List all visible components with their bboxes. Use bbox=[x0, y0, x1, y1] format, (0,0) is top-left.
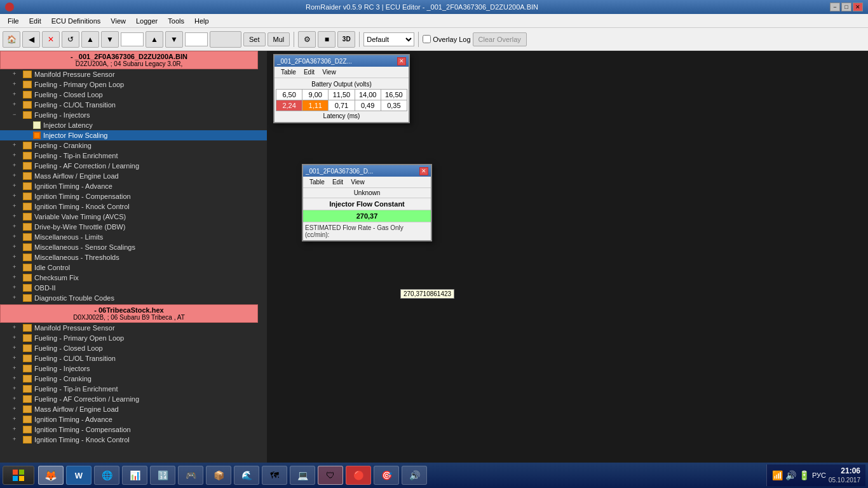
menu-view[interactable]: View bbox=[105, 16, 131, 26]
injector-window-close[interactable]: ✕ bbox=[419, 167, 428, 175]
injector-value[interactable]: 270,37 bbox=[303, 210, 431, 222]
taskbar-app5[interactable]: 🔴 bbox=[346, 466, 371, 485]
tree-item-manifold-pressure[interactable]: + Manifold Pressure Sensor bbox=[0, 69, 267, 79]
taskbar-word[interactable]: W bbox=[66, 466, 92, 485]
tree-item-maf[interactable]: + Mass Airflow / Engine Load bbox=[0, 171, 267, 181]
toolbar-back[interactable]: ◀ bbox=[22, 31, 40, 48]
tree-item-r2-manifold[interactable]: + Manifold Pressure Sensor bbox=[0, 323, 267, 333]
tree-item-fueling-closed[interactable]: + Fueling - Closed Loop bbox=[0, 90, 267, 100]
battery-cell[interactable]: 9,00 bbox=[302, 90, 329, 100]
tree-item-fueling-cranking[interactable]: + Fueling - Cranking bbox=[0, 140, 267, 151]
tree-item-r2-fueling-cranking[interactable]: + Fueling - Cranking bbox=[0, 374, 267, 384]
tray-clock[interactable]: 21:06 05.10.2017 bbox=[829, 466, 860, 485]
taskbar-app7[interactable]: 🔊 bbox=[402, 466, 427, 485]
tree-item-fueling-tipin[interactable]: + Fueling - Tip-in Enrichment bbox=[0, 151, 267, 161]
menu-tools[interactable]: Tools bbox=[163, 16, 189, 26]
tree-item-r2-ign-compensation[interactable]: + Ignition Timing - Compensation bbox=[0, 424, 267, 435]
battery-value-cell[interactable]: 0,71 bbox=[329, 100, 355, 111]
menu-ecu-definitions[interactable]: ECU Definitions bbox=[46, 16, 106, 26]
overlay-log-checkbox-label[interactable]: Overlay Log bbox=[423, 35, 470, 43]
tree-item-r2-ign-knock[interactable]: + Ignition Timing - Knock Control bbox=[0, 435, 267, 445]
battery-window-close[interactable]: ✕ bbox=[397, 57, 406, 65]
menu-edit[interactable]: Edit bbox=[24, 16, 46, 26]
battery-menu-view[interactable]: View bbox=[318, 68, 340, 76]
tray-icon-volume[interactable]: 🔊 bbox=[785, 470, 796, 480]
tree-container[interactable]: - _001_2F0A367306_D2ZU200A.BIN D2ZU200A,… bbox=[0, 51, 267, 463]
menu-file[interactable]: File bbox=[3, 16, 24, 26]
tree-item-injector-latency[interactable]: Injector Latency bbox=[0, 120, 267, 130]
toolbar-home[interactable]: 🏠 bbox=[3, 31, 20, 48]
injector-menu-table[interactable]: Table bbox=[306, 178, 329, 186]
taskbar-app1[interactable]: 🎮 bbox=[178, 466, 203, 485]
taskbar-app2[interactable]: 📦 bbox=[206, 466, 231, 485]
tree-item-fueling-primary[interactable]: + Fueling - Primary Open Loop bbox=[0, 79, 267, 90]
injector-menu-view[interactable]: View bbox=[347, 178, 369, 186]
tree-item-fueling-clol[interactable]: + Fueling - CL/OL Transition bbox=[0, 100, 267, 110]
toolbar-down[interactable]: ▼ bbox=[101, 31, 119, 48]
taskbar-app6[interactable]: 🎯 bbox=[374, 466, 399, 485]
taskbar-browser2[interactable]: 🌐 bbox=[94, 466, 119, 485]
tree-item-r2-fueling-clol[interactable]: + Fueling - CL/OL Transition bbox=[0, 353, 267, 363]
toolbar-icon2[interactable]: ■ bbox=[318, 31, 336, 48]
tree-item-misc-limits[interactable]: + Miscellaneous - Limits bbox=[0, 232, 267, 242]
tree-item-misc-thresh[interactable]: + Miscellaneous - Thresholds bbox=[0, 252, 267, 262]
mul-button[interactable]: Mul bbox=[268, 32, 290, 46]
battery-value-cell[interactable]: 0,35 bbox=[381, 100, 407, 111]
tree-item-r2-fueling-tipin[interactable]: + Fueling - Tip-in Enrichment bbox=[0, 384, 267, 394]
toolbar-3d[interactable]: 3D bbox=[337, 31, 355, 48]
battery-menu-edit[interactable]: Edit bbox=[300, 68, 318, 76]
tree-item-r2-fueling-closed[interactable]: + Fueling - Closed Loop bbox=[0, 343, 267, 353]
step-input-2[interactable]: 10 bbox=[185, 32, 208, 46]
minimize-button[interactable]: − bbox=[830, 3, 840, 11]
taskbar-excel[interactable]: 📊 bbox=[122, 466, 147, 485]
tree-item-obd[interactable]: + OBD-II bbox=[0, 283, 267, 293]
toolbar-up[interactable]: ▲ bbox=[81, 31, 99, 48]
tree-item-injector-flow[interactable]: Injector Flow Scaling bbox=[0, 130, 267, 140]
maximize-button[interactable]: □ bbox=[841, 3, 851, 11]
tree-item-checksum[interactable]: + Checksum Fix bbox=[0, 273, 267, 283]
close-button[interactable]: ✕ bbox=[853, 3, 863, 11]
tree-item-r2-ign-advance[interactable]: + Ignition Timing - Advance bbox=[0, 414, 267, 424]
taskbar-maps[interactable]: 🗺 bbox=[262, 466, 287, 485]
taskbar-app4[interactable]: 💻 bbox=[290, 466, 315, 485]
tree-item-fueling-injectors[interactable]: − Fueling - Injectors bbox=[0, 110, 267, 120]
tree-item-r2-fueling-primary[interactable]: + Fueling - Primary Open Loop bbox=[0, 333, 267, 343]
tree-item-dtc[interactable]: + Diagnostic Trouble Codes bbox=[0, 293, 267, 303]
tray-language[interactable]: РУС bbox=[812, 471, 826, 479]
battery-cell[interactable]: 14,00 bbox=[355, 90, 381, 100]
toolbar-decrement[interactable]: ▼ bbox=[165, 31, 183, 48]
taskbar-romraider[interactable]: 🛡 bbox=[318, 466, 343, 485]
toolbar-close-red[interactable]: ✕ bbox=[42, 31, 60, 48]
injector-menu-edit[interactable]: Edit bbox=[329, 178, 347, 186]
battery-cell[interactable]: 11,50 bbox=[329, 90, 355, 100]
view-select[interactable]: Default bbox=[363, 32, 414, 46]
taskbar-calc[interactable]: 🔢 bbox=[150, 466, 175, 485]
tree-item-vvt[interactable]: + Variable Valve Timing (AVCS) bbox=[0, 212, 267, 222]
battery-value-cell[interactable]: 2,24 bbox=[276, 100, 302, 111]
tree-item-dbw[interactable]: + Drive-by-Wire Throttle (DBW) bbox=[0, 222, 267, 232]
battery-value-cell[interactable]: 0,49 bbox=[355, 100, 381, 111]
overlay-log-checkbox[interactable] bbox=[423, 35, 431, 43]
battery-cell[interactable]: 6,50 bbox=[276, 90, 302, 100]
tree-item-ign-knock[interactable]: + Ignition Timing - Knock Control bbox=[0, 201, 267, 212]
step-input-1[interactable]: 1 bbox=[121, 32, 144, 46]
battery-menu-table[interactable]: Table bbox=[277, 68, 300, 76]
tray-icon-battery[interactable]: 🔋 bbox=[799, 470, 810, 480]
tray-icon-network[interactable]: 📶 bbox=[772, 470, 783, 480]
tree-item-r2-fueling-injectors[interactable]: + Fueling - Injectors bbox=[0, 363, 267, 374]
set-button[interactable]: Set bbox=[243, 32, 266, 46]
toolbar-increment[interactable]: ▲ bbox=[146, 31, 163, 48]
clear-overlay-button[interactable]: Clear Overlay bbox=[473, 32, 527, 46]
toolbar-icon1[interactable]: ⚙ bbox=[298, 31, 316, 48]
battery-cell[interactable]: 16,50 bbox=[381, 90, 407, 100]
start-button[interactable] bbox=[3, 466, 34, 485]
menu-logger[interactable]: Logger bbox=[131, 16, 163, 26]
tree-item-misc-sensor[interactable]: + Miscellaneous - Sensor Scalings bbox=[0, 242, 267, 252]
menu-help[interactable]: Help bbox=[189, 16, 214, 26]
taskbar-firefox[interactable]: 🦊 bbox=[38, 466, 64, 485]
battery-value-cell[interactable]: 1,11 bbox=[302, 100, 329, 111]
taskbar-app3[interactable]: 🌊 bbox=[234, 466, 259, 485]
tree-item-r2-fueling-af[interactable]: + Fueling - AF Correction / Learning bbox=[0, 394, 267, 404]
toolbar-refresh[interactable]: ↺ bbox=[62, 31, 79, 48]
tree-item-fueling-af[interactable]: + Fueling - AF Correction / Learning bbox=[0, 161, 267, 171]
